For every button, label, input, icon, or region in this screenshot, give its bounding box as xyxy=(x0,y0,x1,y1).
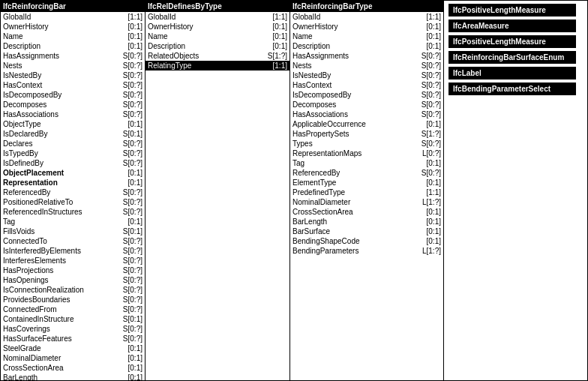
type-boxes-panel: IfcPositiveLengthMeasureIfcAreaMeasureIf… xyxy=(444,1,587,380)
table-row: CrossSectionArea[0:1] xyxy=(1,363,145,373)
table-row: IsConnectionRealizationS[0:?] xyxy=(1,285,145,295)
row-cardinality: S[0:?] xyxy=(123,295,142,304)
row-name: ApplicableOccurrence xyxy=(292,119,366,129)
table-row: BarLength[0:1] xyxy=(1,373,145,380)
row-cardinality: S[0:?] xyxy=(123,148,142,158)
row-cardinality: S[0:?] xyxy=(123,334,142,344)
row-name: ConnectedFrom xyxy=(3,304,57,314)
table-row: ReferencedByS[0:?] xyxy=(290,168,443,178)
table-row: ReferencedByS[0:?] xyxy=(1,188,145,197)
panel3-header: IfcReinforcingBarType xyxy=(290,1,443,12)
row-cardinality: S[0:?] xyxy=(123,139,142,148)
table-row: DeclaresS[0:?] xyxy=(1,139,145,148)
row-cardinality: S[0:?] xyxy=(123,285,142,295)
row-cardinality: [0:1] xyxy=(273,41,287,51)
table-row: FillsVoidsS[0:1] xyxy=(1,226,145,236)
table-row: Name[0:1] xyxy=(146,32,290,41)
row-name: HasContext xyxy=(3,80,42,90)
table-row: HasOpeningsS[0:?] xyxy=(1,275,145,285)
row-name: Decomposes xyxy=(292,100,336,110)
table-row: BendingShapeCode[0:1] xyxy=(290,236,443,246)
table-row: RepresentationMapsL[0:?] xyxy=(290,148,443,158)
table-row: ElementType[0:1] xyxy=(290,178,443,188)
row-cardinality: S[0:?] xyxy=(123,197,142,207)
panel1-body[interactable]: GlobalId[1:1]OwnerHistory[0:1]Name[0:1]D… xyxy=(1,12,145,380)
row-name: HasSurfaceFeatures xyxy=(3,334,72,344)
row-cardinality: [1:1] xyxy=(427,12,441,22)
table-row: RelatingType[1:1] xyxy=(146,61,290,70)
row-cardinality: [1:1] xyxy=(273,61,287,70)
row-name: BarSurface xyxy=(292,226,330,236)
row-name: IsInterferedByElements xyxy=(3,246,81,256)
row-cardinality: [0:1] xyxy=(128,217,142,226)
row-name: OwnerHistory xyxy=(292,22,338,32)
row-cardinality: S[0:?] xyxy=(123,266,142,275)
row-cardinality: S[0:?] xyxy=(123,51,142,61)
table-row: GlobalId[1:1] xyxy=(1,12,145,22)
row-cardinality: S[0:?] xyxy=(123,246,142,256)
row-cardinality: [0:1] xyxy=(427,236,441,246)
row-name: ObjectPlacement xyxy=(3,168,64,178)
row-cardinality: L[1:?] xyxy=(422,197,441,207)
table-row: TypesS[0:?] xyxy=(290,139,443,148)
table-row: IsNestedByS[0:?] xyxy=(290,70,443,80)
row-cardinality: S[1:?] xyxy=(422,129,441,139)
table-row: HasContextS[0:?] xyxy=(290,80,443,90)
row-cardinality: S[0:?] xyxy=(422,100,441,110)
row-cardinality: [0:1] xyxy=(427,32,441,41)
row-cardinality: S[0:?] xyxy=(422,168,441,178)
row-cardinality: S[0:?] xyxy=(422,80,441,90)
table-row: IsDecomposedByS[0:?] xyxy=(1,90,145,100)
table-row: HasCoveringsS[0:?] xyxy=(1,324,145,334)
row-name: Tag xyxy=(292,158,304,168)
row-cardinality: [1:1] xyxy=(128,12,142,22)
row-name: IsDefinedBy xyxy=(3,158,44,168)
row-cardinality: S[0:?] xyxy=(422,61,441,70)
row-name: Name xyxy=(3,32,23,41)
row-cardinality: [0:1] xyxy=(427,41,441,51)
table-row: IsDecomposedByS[0:?] xyxy=(290,90,443,100)
type-box: IfcLabel xyxy=(448,67,576,80)
row-cardinality: [0:1] xyxy=(128,353,142,363)
row-name: IsTypedBy xyxy=(3,148,38,158)
row-cardinality: S[0:?] xyxy=(123,256,142,266)
row-cardinality: S[0:1] xyxy=(123,129,142,139)
table-row: InterferesElementsS[0:?] xyxy=(1,256,145,266)
table-row: OwnerHistory[0:1] xyxy=(290,22,443,32)
row-name: SteelGrade xyxy=(3,344,41,353)
row-cardinality: S[0:?] xyxy=(422,51,441,61)
table-row: IsDeclaredByS[0:1] xyxy=(1,129,145,139)
table-row: ProvidesBoundariesS[0:?] xyxy=(1,295,145,304)
panel-reinforcing-bar-type: IfcReinforcingBarType GlobalId[1:1]Owner… xyxy=(290,1,444,380)
table-row: CrossSectionArea[0:1] xyxy=(290,207,443,217)
panel3-body[interactable]: GlobalId[1:1]OwnerHistory[0:1]Name[0:1]D… xyxy=(290,12,443,380)
row-cardinality: [0:1] xyxy=(427,207,441,217)
row-name: NominalDiameter xyxy=(292,197,350,207)
table-row: IsNestedByS[0:?] xyxy=(1,70,145,80)
row-name: IsNestedBy xyxy=(292,70,331,80)
row-cardinality: S[0:?] xyxy=(422,90,441,100)
row-name: ObjectType xyxy=(3,119,41,129)
row-name: RelatedObjects xyxy=(148,51,199,61)
panel2-body[interactable]: GlobalId[1:1]OwnerHistory[0:1]Name[0:1]D… xyxy=(146,12,290,380)
row-cardinality: L[1:?] xyxy=(422,246,441,256)
table-row: GlobalId[1:1] xyxy=(290,12,443,22)
row-name: GlobalId xyxy=(292,12,320,22)
row-cardinality: [0:1] xyxy=(128,32,142,41)
row-cardinality: S[0:?] xyxy=(123,70,142,80)
row-cardinality: L[0:?] xyxy=(422,148,441,158)
row-cardinality: [1:1] xyxy=(273,12,287,22)
row-cardinality: S[0:?] xyxy=(123,110,142,119)
table-row: IsInterferedByElementsS[0:?] xyxy=(1,246,145,256)
row-cardinality: S[0:1] xyxy=(123,314,142,324)
row-cardinality: [0:1] xyxy=(427,158,441,168)
row-cardinality: [0:1] xyxy=(128,119,142,129)
row-cardinality: S[0:?] xyxy=(123,158,142,168)
table-row: PredefinedType[1:1] xyxy=(290,188,443,197)
table-row: ApplicableOccurrence[0:1] xyxy=(290,119,443,129)
row-name: Decomposes xyxy=(3,100,46,110)
table-row: NestsS[0:?] xyxy=(290,61,443,70)
row-name: BarLength xyxy=(3,373,38,380)
row-name: ReferencedBy xyxy=(292,168,340,178)
row-cardinality: [0:1] xyxy=(427,22,441,32)
